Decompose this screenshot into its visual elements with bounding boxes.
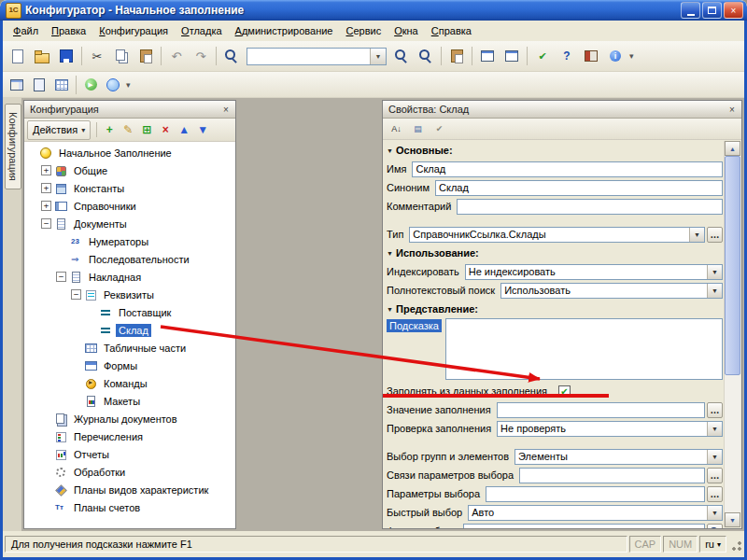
- menu-edit[interactable]: Правка: [45, 22, 92, 39]
- scroll-down-icon[interactable]: ▼: [725, 512, 740, 527]
- scroll-up-icon[interactable]: ▲: [725, 141, 740, 156]
- tree-item[interactable]: Макеты: [24, 392, 235, 410]
- tooltip-field[interactable]: [445, 318, 723, 380]
- configuration-check-icon[interactable]: [530, 44, 555, 68]
- maximize-button[interactable]: [702, 2, 722, 19]
- undo-icon[interactable]: ↶: [164, 44, 189, 68]
- dropdown-icon[interactable]: ▼: [707, 265, 722, 279]
- clipboard-history-icon[interactable]: [444, 44, 469, 68]
- find-icon[interactable]: [219, 44, 244, 68]
- group-choice-field[interactable]: Элементы▼: [514, 449, 723, 465]
- tree-item[interactable]: +Константы: [24, 179, 235, 197]
- tree-item[interactable]: Начальное Заполнение: [24, 144, 235, 161]
- menu-help[interactable]: Справка: [425, 22, 478, 39]
- choice-parameter-links-field[interactable]: [519, 468, 705, 483]
- menu-service[interactable]: Сервис: [339, 22, 388, 39]
- type-field[interactable]: СправочникСсылка.Склады▼: [409, 227, 705, 243]
- redo-icon[interactable]: ↷: [189, 44, 213, 68]
- comment-field[interactable]: [457, 199, 723, 215]
- tree-item[interactable]: Отчеты: [24, 445, 235, 463]
- about-icon[interactable]: [603, 44, 627, 68]
- minimize-button[interactable]: [681, 2, 700, 19]
- dropdown-icon[interactable]: ▼: [707, 506, 722, 520]
- tree-item[interactable]: Поставщик: [24, 303, 235, 321]
- tree-item[interactable]: −Реквизиты: [24, 286, 235, 303]
- tree-item[interactable]: Нумераторы: [24, 232, 235, 250]
- web-client-icon[interactable]: [102, 74, 124, 95]
- choice-form-field[interactable]: [463, 524, 705, 529]
- language-indicator[interactable]: ru ▾: [699, 536, 726, 553]
- tree-item[interactable]: Последовательности: [24, 250, 235, 268]
- tree-item[interactable]: Журналы документов: [24, 410, 235, 427]
- synonym-field[interactable]: Склад: [435, 180, 723, 196]
- expand-icon[interactable]: +: [41, 183, 51, 193]
- configuration-panel-close-icon[interactable]: ×: [219, 103, 233, 116]
- menu-administration[interactable]: Администрирование: [229, 22, 340, 39]
- close-button[interactable]: ×: [724, 2, 743, 19]
- menu-configuration[interactable]: Конфигурация: [92, 22, 175, 39]
- paste-icon[interactable]: [134, 44, 158, 68]
- ellipsis-button[interactable]: …: [707, 468, 723, 483]
- toolbar-overflow-chevron-icon[interactable]: ▾: [629, 51, 641, 61]
- tree-item[interactable]: Перечисления: [24, 427, 235, 445]
- collapse-icon[interactable]: −: [71, 289, 81, 300]
- toolbar-overflow-chevron-icon[interactable]: ▾: [126, 80, 137, 90]
- edit-icon[interactable]: ✎: [119, 121, 137, 139]
- tree-item[interactable]: Команды: [24, 374, 235, 392]
- expand-icon[interactable]: +: [41, 201, 51, 211]
- fill-value-field[interactable]: [497, 402, 705, 418]
- fill-check-field[interactable]: Не проверять▼: [497, 421, 723, 437]
- dock-tab-configuration[interactable]: Конфигурация: [5, 104, 21, 189]
- start-debugging-icon[interactable]: [79, 74, 102, 95]
- tree-item[interactable]: Табличные части: [24, 339, 235, 357]
- collapse-triangle-icon[interactable]: ▼: [387, 306, 396, 313]
- syntax-helper-icon[interactable]: [579, 44, 603, 68]
- dropdown-icon[interactable]: ▼: [689, 228, 704, 242]
- tree-item[interactable]: Склад: [24, 321, 235, 339]
- ellipsis-button[interactable]: …: [707, 402, 723, 418]
- new-document-icon[interactable]: [6, 44, 30, 68]
- resize-grip[interactable]: [728, 536, 742, 553]
- show-categories-icon[interactable]: ▤: [407, 119, 429, 139]
- collapse-triangle-icon[interactable]: ▼: [387, 147, 396, 154]
- window-list-icon[interactable]: [475, 44, 500, 68]
- fill-from-data-checkbox[interactable]: ✔: [558, 385, 571, 398]
- scroll-thumb[interactable]: [725, 156, 740, 375]
- window-split-icon[interactable]: [500, 44, 524, 68]
- tree-item[interactable]: Планы счетов: [24, 498, 235, 516]
- open-icon[interactable]: [30, 44, 54, 68]
- menu-debug[interactable]: Отладка: [175, 22, 229, 39]
- actions-menu-button[interactable]: Действия ▾: [27, 120, 91, 140]
- collapse-triangle-icon[interactable]: ▼: [387, 250, 396, 257]
- tree-item[interactable]: Планы видов характеристик: [24, 481, 235, 498]
- indexing-field[interactable]: Не индексировать▼: [465, 264, 723, 280]
- ellipsis-button[interactable]: …: [707, 486, 723, 502]
- dropdown-icon[interactable]: ▼: [707, 450, 722, 464]
- dropdown-icon[interactable]: ▼: [707, 422, 722, 436]
- table-grid-icon[interactable]: [50, 74, 73, 95]
- add-copy-icon[interactable]: ⊞: [137, 121, 156, 139]
- add-icon[interactable]: +: [100, 121, 119, 139]
- find-next-icon[interactable]: [389, 44, 414, 68]
- properties-panel-close-icon[interactable]: ×: [726, 103, 739, 116]
- move-up-icon[interactable]: ▲: [175, 121, 193, 139]
- fulltext-search-field[interactable]: Использовать▼: [500, 283, 723, 299]
- tree-item[interactable]: +Общие: [24, 161, 235, 179]
- apply-icon[interactable]: ✔: [429, 119, 450, 139]
- collapse-icon[interactable]: −: [56, 272, 66, 282]
- name-field[interactable]: Склад: [412, 161, 723, 177]
- context-help-icon[interactable]: [555, 44, 579, 68]
- dropdown-icon[interactable]: ▼: [707, 284, 722, 298]
- tree-item[interactable]: +Справочники: [24, 197, 235, 215]
- move-down-icon[interactable]: ▼: [193, 121, 212, 139]
- tree-item[interactable]: −Накладная: [24, 268, 235, 286]
- tree-item[interactable]: Обработки: [24, 463, 235, 481]
- chevron-down-icon[interactable]: ▼: [370, 49, 386, 64]
- cut-icon[interactable]: ✂: [85, 44, 109, 68]
- save-icon[interactable]: [54, 44, 78, 68]
- quick-choice-field[interactable]: Авто▼: [468, 505, 723, 521]
- delete-icon[interactable]: ×: [156, 121, 175, 139]
- tree-item[interactable]: Формы: [24, 357, 235, 374]
- tree-item[interactable]: −Документы: [24, 215, 235, 232]
- global-search-icon[interactable]: [414, 44, 438, 68]
